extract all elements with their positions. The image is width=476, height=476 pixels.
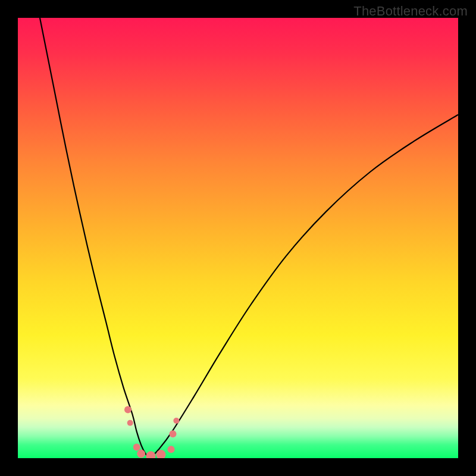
- plot-area: [18, 18, 458, 458]
- gradient-background: [18, 18, 458, 458]
- watermark-text: TheBottleneck.com: [353, 4, 468, 19]
